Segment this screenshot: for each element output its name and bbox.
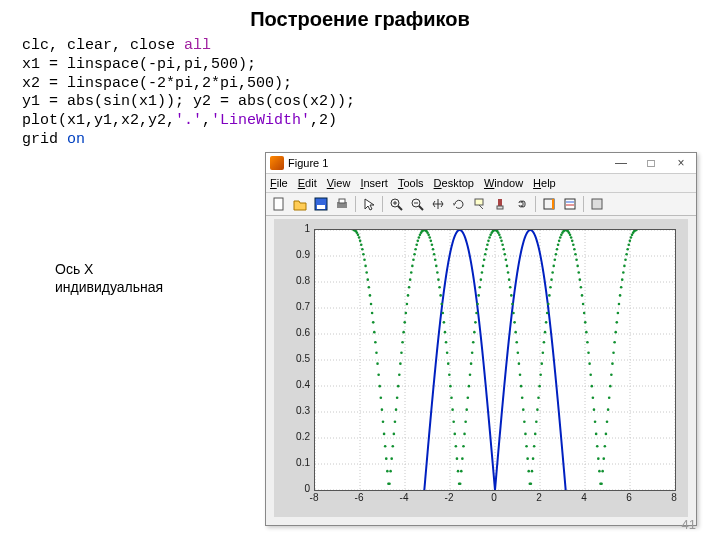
svg-point-54 — [365, 271, 368, 274]
svg-point-122 — [439, 294, 442, 297]
svg-text:0.7: 0.7 — [296, 301, 310, 312]
svg-point-261 — [590, 385, 593, 388]
svg-point-242 — [570, 236, 573, 239]
menu-tools[interactable]: Tools — [398, 177, 424, 189]
page-number: 41 — [682, 517, 696, 532]
hide-tools-icon[interactable] — [587, 194, 607, 214]
svg-point-53 — [364, 265, 367, 268]
svg-point-186 — [509, 286, 512, 289]
svg-point-291 — [623, 265, 626, 268]
menu-edit[interactable]: Edit — [298, 177, 317, 189]
svg-point-213 — [538, 385, 541, 388]
svg-rect-2 — [317, 205, 325, 209]
link-icon[interactable] — [512, 194, 532, 214]
menu-desktop[interactable]: Desktop — [434, 177, 474, 189]
svg-point-211 — [536, 408, 539, 411]
close-button[interactable]: × — [666, 156, 696, 170]
zoom-in-icon[interactable] — [386, 194, 406, 214]
svg-point-292 — [624, 258, 627, 261]
svg-point-48 — [359, 240, 362, 243]
svg-point-181 — [503, 253, 506, 256]
svg-point-150 — [470, 362, 473, 365]
svg-point-95 — [410, 271, 413, 274]
svg-point-60 — [372, 321, 375, 324]
svg-point-284 — [615, 321, 618, 324]
svg-point-264 — [594, 420, 597, 423]
pan-icon[interactable] — [428, 194, 448, 214]
plot-area: -8-6-4-20246800.10.20.30.40.50.60.70.80.… — [274, 219, 688, 517]
svg-point-93 — [408, 286, 411, 289]
zoom-out-icon[interactable] — [407, 194, 427, 214]
svg-point-134 — [452, 420, 455, 423]
svg-point-257 — [586, 341, 589, 344]
legend-icon[interactable] — [560, 194, 580, 214]
menu-insert[interactable]: Insert — [360, 177, 388, 189]
svg-point-120 — [437, 278, 440, 281]
svg-point-49 — [360, 243, 363, 246]
svg-point-259 — [588, 362, 591, 365]
svg-point-283 — [614, 331, 617, 334]
svg-text:0: 0 — [491, 492, 497, 503]
svg-point-275 — [606, 420, 609, 423]
svg-text:0.9: 0.9 — [296, 249, 310, 260]
svg-point-152 — [472, 341, 475, 344]
svg-point-115 — [432, 248, 435, 251]
svg-point-129 — [447, 362, 450, 365]
menu-view[interactable]: View — [327, 177, 351, 189]
colorbar-icon[interactable] — [539, 194, 559, 214]
svg-point-254 — [583, 312, 586, 315]
svg-point-46 — [357, 234, 360, 237]
menu-help[interactable]: Help — [533, 177, 556, 189]
svg-point-148 — [468, 385, 471, 388]
svg-point-127 — [445, 341, 448, 344]
svg-point-277 — [608, 397, 611, 400]
svg-point-101 — [416, 240, 419, 243]
maximize-button[interactable]: □ — [636, 156, 666, 170]
svg-point-256 — [585, 331, 588, 334]
svg-point-278 — [609, 385, 612, 388]
svg-text:2: 2 — [536, 492, 542, 503]
menu-file[interactable]: File — [270, 177, 288, 189]
svg-point-266 — [596, 445, 599, 448]
svg-point-80 — [394, 420, 397, 423]
svg-point-62 — [374, 341, 377, 344]
svg-text:0.5: 0.5 — [296, 353, 310, 364]
svg-point-270 — [600, 482, 603, 485]
svg-point-73 — [386, 470, 389, 473]
svg-point-179 — [501, 243, 504, 246]
svg-point-57 — [369, 294, 372, 297]
svg-point-51 — [362, 253, 365, 256]
svg-point-202 — [526, 457, 529, 460]
page-title: Построение графиков — [0, 8, 720, 31]
svg-point-126 — [444, 331, 447, 334]
rotate-icon[interactable] — [449, 194, 469, 214]
svg-point-146 — [465, 408, 468, 411]
pointer-icon[interactable] — [359, 194, 379, 214]
svg-point-163 — [484, 253, 487, 256]
svg-point-285 — [617, 312, 620, 315]
svg-point-241 — [569, 234, 572, 237]
svg-point-81 — [395, 408, 398, 411]
svg-point-75 — [388, 482, 391, 485]
svg-point-193 — [517, 352, 520, 355]
open-icon[interactable] — [290, 194, 310, 214]
brush-icon[interactable] — [491, 194, 511, 214]
svg-point-189 — [512, 312, 515, 315]
save-icon[interactable] — [311, 194, 331, 214]
datatip-icon[interactable] — [470, 194, 490, 214]
svg-point-137 — [456, 457, 459, 460]
svg-text:0.3: 0.3 — [296, 405, 310, 416]
svg-point-262 — [592, 397, 595, 400]
svg-point-147 — [467, 397, 470, 400]
svg-point-162 — [483, 258, 486, 261]
svg-point-263 — [593, 408, 596, 411]
menu-window[interactable]: Window — [484, 177, 523, 189]
print-icon[interactable] — [332, 194, 352, 214]
svg-point-176 — [498, 234, 501, 237]
minimize-button[interactable]: — — [606, 156, 636, 170]
window-title: Figure 1 — [288, 157, 328, 169]
svg-point-47 — [358, 236, 361, 239]
new-icon[interactable] — [269, 194, 289, 214]
svg-point-196 — [520, 385, 523, 388]
svg-text:0.2: 0.2 — [296, 431, 310, 442]
